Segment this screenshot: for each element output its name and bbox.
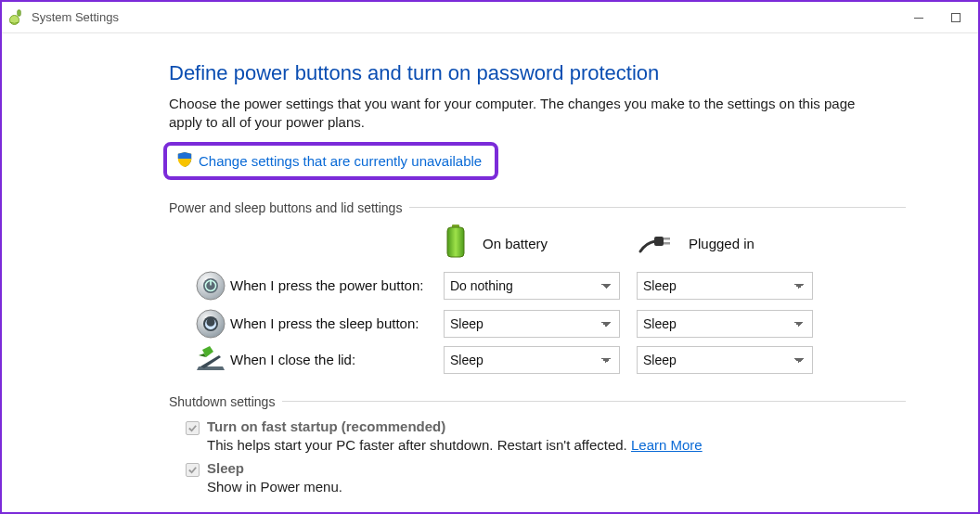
sleep-sub: Show in Power menu.	[207, 479, 911, 495]
sleep-button-icon	[191, 308, 230, 340]
column-headers: On battery Plugged in	[169, 225, 911, 263]
svg-rect-8	[664, 242, 670, 245]
fast-startup-sub: This helps start your PC faster after sh…	[207, 437, 911, 453]
close-lid-battery-select[interactable]: Sleep	[444, 346, 620, 374]
power-button-battery-select[interactable]: Do nothing	[444, 272, 620, 300]
svg-rect-2	[914, 18, 923, 19]
battery-icon	[444, 225, 475, 263]
divider	[282, 401, 906, 402]
row-power-button: When I press the power button: Do nothin…	[191, 270, 911, 302]
svg-rect-7	[664, 238, 670, 240]
intro-text: Choose the power settings that you want …	[169, 95, 874, 133]
maximize-button[interactable]	[937, 5, 974, 31]
row-sleep-button: When I press the sleep button: Sleep Sle…	[191, 308, 911, 340]
power-button-plugged-select[interactable]: Sleep	[637, 272, 813, 300]
close-lid-plugged-select[interactable]: Sleep	[637, 346, 813, 374]
col-on-battery: On battery	[444, 225, 638, 263]
laptop-lid-icon	[191, 346, 230, 374]
divider	[409, 207, 906, 208]
titlebar: System Settings	[2, 2, 978, 33]
shield-icon	[176, 151, 193, 171]
sleep-row: Sleep	[186, 460, 911, 477]
sleep-title: Sleep	[207, 460, 244, 476]
section-power-sleep-label: Power and sleep buttons and lid settings	[169, 200, 911, 215]
row-close-lid: When I close the lid: Sleep Sleep	[191, 346, 911, 374]
fast-startup-checkbox[interactable]	[186, 421, 200, 435]
svg-rect-6	[654, 237, 664, 246]
fast-startup-row: Turn on fast startup (recommended)	[186, 418, 911, 435]
svg-rect-1	[18, 9, 20, 16]
col-plugged-in: Plugged in	[638, 229, 833, 258]
sleep-button-plugged-select[interactable]: Sleep	[637, 310, 813, 338]
svg-rect-12	[210, 279, 212, 285]
change-settings-link[interactable]: Change settings that are currently unava…	[199, 153, 482, 169]
page-title: Define power buttons and turn on passwor…	[169, 61, 911, 85]
svg-rect-5	[447, 227, 464, 257]
app-icon	[7, 8, 26, 27]
fast-startup-title: Turn on fast startup (recommended)	[207, 418, 445, 434]
minimize-button[interactable]	[900, 5, 937, 31]
svg-rect-3	[952, 13, 961, 21]
content-area: Define power buttons and turn on passwor…	[2, 33, 921, 511]
sleep-checkbox[interactable]	[186, 463, 200, 477]
section-shutdown-label: Shutdown settings	[169, 394, 911, 409]
plug-icon	[638, 229, 681, 258]
sleep-button-battery-select[interactable]: Sleep	[444, 310, 620, 338]
power-button-icon	[191, 270, 230, 302]
change-settings-highlight: Change settings that are currently unava…	[163, 142, 498, 180]
window-title: System Settings	[32, 10, 900, 24]
learn-more-link[interactable]: Learn More	[631, 437, 703, 453]
